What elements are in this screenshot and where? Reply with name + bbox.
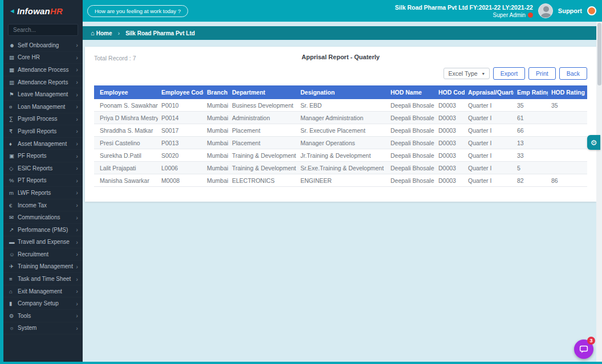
sidebar-item[interactable]: ☼ System ›	[3, 322, 83, 335]
breadcrumb-home[interactable]: ⌂ Home	[91, 30, 112, 36]
sidebar-item[interactable]: ≡ Task and Time Sheet ›	[3, 273, 83, 285]
cell-department: Business Development	[229, 99, 297, 112]
chevron-right-icon: ›	[76, 263, 78, 270]
scrollbar-track[interactable]	[596, 22, 602, 362]
sidebar-item-label: Leave Management	[18, 91, 76, 97]
sidebar-item[interactable]: ☺ Recruitment ›	[3, 248, 83, 261]
company-fiscal-text: Silk Road Pharma Pvt Ltd FY:2021-22 LY:2…	[395, 4, 533, 11]
company-info-block: Silk Road Pharma Pvt Ltd FY:2021-22 LY:2…	[395, 4, 533, 18]
chevron-right-icon: ›	[76, 239, 78, 246]
scrollbar-thumb[interactable]	[597, 23, 601, 85]
cell-designation: ENGINEER	[297, 174, 387, 187]
sidebar-item[interactable]: ♦ Asset Management ›	[3, 138, 83, 150]
avatar[interactable]	[538, 3, 553, 18]
sidebar-item[interactable]: ¤ Loan Management ›	[3, 101, 83, 113]
sidebar-item[interactable]: ↗ Performance (PMS) ›	[3, 224, 83, 236]
sidebar-item[interactable]: ∑ Payroll Process ›	[3, 113, 83, 126]
table-header-cell: Department	[229, 85, 297, 99]
cell-employee: Poonam S. Sawakhande	[94, 99, 158, 112]
app-logo[interactable]: ◄ InfowanHR	[3, 0, 83, 22]
sidebar-item[interactable]: ▥ Attendance Reports ›	[3, 76, 83, 89]
sidebar-item[interactable]: ⌂ Exit Management ›	[3, 285, 83, 298]
sidebar-item[interactable]: m LWF Reports ›	[3, 187, 83, 199]
app-window: ◄ InfowanHR ☻ Self Onboarding › ▤ Core H…	[0, 0, 602, 364]
export-button[interactable]: Export	[493, 67, 525, 80]
home-icon: ⌂	[91, 30, 95, 36]
cell-employee: Presi Castelino	[94, 137, 158, 149]
code-icon: ◇	[9, 165, 18, 171]
wallet-icon: ▬	[9, 239, 18, 245]
topbar-right-cluster: Silk Road Pharma Pvt Ltd FY:2021-22 LY:2…	[395, 3, 596, 18]
excel-type-select[interactable]: Excel Type ▾	[444, 68, 490, 79]
sidebar-item[interactable]: ▬ Travell and Expense ›	[3, 236, 83, 249]
support-label[interactable]: Support	[558, 7, 582, 14]
cell-branch: Mumbai	[204, 149, 229, 162]
logo-chevron-icon: ◄	[9, 7, 15, 14]
cell-hod-rating	[548, 124, 587, 137]
sidebar-item-label: Attendance Reports	[18, 79, 76, 85]
sidebar-item-label: Training Management	[18, 263, 76, 269]
sidebar-item[interactable]: ⚙ Tools ›	[3, 310, 83, 322]
sidebar-item[interactable]: ₹ Payroll Reports ›	[3, 125, 83, 138]
sidebar-item-label: Communications	[18, 214, 76, 220]
cell-employee-code: S0020	[158, 149, 204, 162]
currency-icon: ¤	[9, 104, 18, 110]
sidebar-item[interactable]: ◇ ESIC Reports ›	[3, 162, 83, 175]
settings-icon: ☼	[9, 325, 18, 331]
chevron-right-icon: ›	[76, 66, 78, 73]
cell-hod-rating	[548, 112, 587, 124]
sidebar-item[interactable]: ▤ Core HR ›	[3, 52, 83, 64]
chevron-right-icon: ›	[76, 202, 78, 208]
chevron-right-icon: ›	[76, 226, 78, 233]
cell-hod-code: D0003	[435, 99, 465, 112]
cell-employee: Shraddha S. Matkar	[94, 124, 158, 137]
chevron-right-icon: ›	[76, 214, 78, 221]
table-row: Priya D Mishra Mestry P0014 Mumbai Admin…	[94, 112, 587, 124]
sidebar-item[interactable]: ⚑ Leave Management ›	[3, 88, 83, 101]
chevron-right-icon: ›	[76, 177, 78, 184]
report-controls: Excel Type ▾ Export Print Back	[94, 67, 587, 80]
sidebar-item-label: Payroll Process	[18, 116, 76, 122]
sidebar-search-input[interactable]	[8, 24, 78, 36]
cell-hod-code: D0003	[435, 124, 465, 137]
sidebar-item[interactable]: ✈ Training Management ›	[3, 261, 83, 273]
cell-employee-code: M0008	[158, 174, 204, 187]
sidebar-item[interactable]: ▣ PF Reports ›	[3, 150, 83, 162]
chevron-right-icon: ›	[76, 153, 78, 159]
chevron-right-icon: ›	[76, 325, 78, 332]
support-icon[interactable]	[587, 6, 596, 15]
sidebar-item[interactable]: % PT Reports ›	[3, 175, 83, 187]
sidebar-item-label: Loan Management	[18, 104, 76, 110]
table-row: Poonam S. Sawakhande P0010 Mumbai Busine…	[94, 99, 587, 112]
send-icon: ✈	[9, 263, 18, 269]
database-icon: ▤	[9, 54, 18, 60]
cell-department: ELECTRONICS	[229, 174, 297, 187]
appraisal-table: EmployeeEmployee CodeBranchDepartmentDes…	[94, 85, 587, 187]
user-role-label: Super Admin	[493, 12, 526, 18]
chevron-right-icon: ›	[76, 288, 78, 295]
sidebar-item[interactable]: ✉ Communications ›	[3, 211, 83, 224]
sidebar-item-label: ESIC Reports	[18, 165, 76, 171]
mood-button[interactable]: How are you feeling at work today ?	[87, 5, 188, 17]
print-button[interactable]: Print	[528, 67, 556, 80]
cell-hod-code: D0003	[435, 112, 465, 124]
cell-appraisal-quarter: Quarter I	[465, 162, 514, 174]
sidebar-item[interactable]: ▦ Attendance Process ›	[3, 64, 83, 76]
cell-employee: Lalit Prajapati	[94, 162, 158, 174]
chat-fab[interactable]: 3	[574, 340, 593, 359]
cell-employee: Manisha Sawarkar	[94, 174, 158, 187]
table-header-cell: Emp Rating	[514, 85, 548, 99]
cell-designation: Manager Operations	[297, 137, 387, 149]
chevron-right-icon: ›	[76, 42, 78, 48]
cell-hod-code: D0003	[435, 137, 465, 149]
gear-icon: ⚙	[591, 138, 597, 147]
sidebar-item[interactable]: € Income Tax ›	[3, 199, 83, 212]
cell-employee: Surekha D.Patil	[94, 149, 158, 162]
cell-branch: Mumbai	[204, 112, 229, 124]
sidebar-item[interactable]: ☻ Self Onboarding ›	[3, 39, 83, 52]
cell-employee-code: L0006	[158, 162, 204, 174]
settings-fab[interactable]: ⚙	[587, 135, 600, 150]
cell-hod-rating	[548, 149, 587, 162]
sidebar-item[interactable]: ▮ Company Setup ›	[3, 297, 83, 310]
back-button[interactable]: Back	[559, 67, 587, 80]
